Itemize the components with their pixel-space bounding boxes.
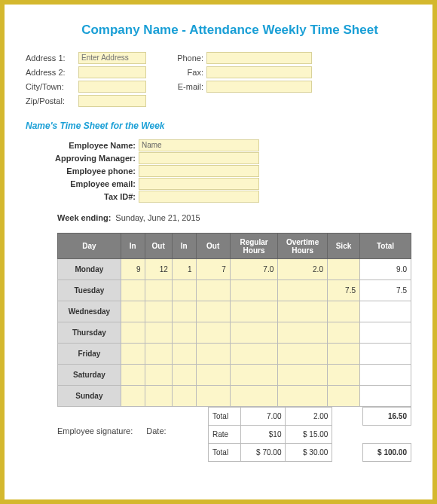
- time-cell[interactable]: [278, 386, 328, 407]
- row-total-cell: [360, 344, 411, 365]
- time-cell[interactable]: [145, 301, 172, 322]
- time-cell[interactable]: [145, 322, 172, 344]
- time-cell[interactable]: [121, 365, 145, 386]
- time-cell[interactable]: [327, 344, 359, 365]
- time-cell[interactable]: [196, 344, 230, 365]
- table-row: Thursday: [58, 322, 411, 344]
- col-header: Regular Hours: [230, 234, 277, 259]
- row-total-cell: 7.5: [360, 280, 411, 301]
- time-cell[interactable]: 9: [121, 259, 145, 280]
- time-cell[interactable]: 12: [145, 259, 172, 280]
- totals-total-hours: 16.50: [362, 408, 411, 426]
- row-total-cell: [360, 301, 411, 322]
- time-cell[interactable]: [145, 365, 172, 386]
- time-cell[interactable]: [121, 280, 145, 301]
- col-header: Day: [58, 234, 121, 259]
- pay-total: $ 100.00: [362, 444, 411, 462]
- table-header-row: DayInOutInOutRegular HoursOvertime Hours…: [58, 234, 411, 259]
- rate-ot: $ 15.00: [286, 426, 332, 444]
- label-email: E-mail:: [169, 82, 206, 91]
- time-cell[interactable]: [196, 301, 230, 322]
- manager-input[interactable]: [139, 152, 259, 164]
- col-header: Out: [196, 234, 230, 259]
- pay-row-label: Total: [209, 444, 241, 462]
- time-cell[interactable]: [145, 386, 172, 407]
- time-cell[interactable]: [121, 386, 145, 407]
- day-cell: Monday: [58, 259, 121, 280]
- time-cell[interactable]: [145, 344, 172, 365]
- time-cell[interactable]: [172, 322, 196, 344]
- row-total-cell: 9.0: [360, 259, 411, 280]
- time-cell[interactable]: [327, 386, 359, 407]
- time-cell[interactable]: [278, 365, 328, 386]
- zip-input[interactable]: [78, 95, 146, 107]
- phone-input[interactable]: [206, 52, 312, 64]
- time-cell[interactable]: [172, 344, 196, 365]
- date-label: Date:: [146, 426, 166, 462]
- time-cell[interactable]: 2.0: [278, 259, 328, 280]
- time-cell[interactable]: [230, 344, 277, 365]
- time-cell[interactable]: [121, 322, 145, 344]
- week-ending-row: Week ending: Sunday, June 21, 2015: [57, 213, 411, 222]
- label-taxid: Tax ID#:: [41, 192, 139, 201]
- row-total-cell: [360, 386, 411, 407]
- label-emp-name: Employee Name:: [41, 141, 139, 150]
- page-title: Company Name - Attendance Weekly Time Sh…: [48, 23, 411, 38]
- time-cell[interactable]: [172, 301, 196, 322]
- table-row: Sunday: [58, 386, 411, 407]
- address1-input[interactable]: [78, 52, 146, 64]
- time-cell[interactable]: 7.0: [230, 259, 277, 280]
- time-cell[interactable]: [230, 301, 277, 322]
- time-cell[interactable]: 7: [196, 259, 230, 280]
- email-input[interactable]: [206, 81, 312, 93]
- col-header: Out: [145, 234, 172, 259]
- time-cell[interactable]: [196, 386, 230, 407]
- emp-email-input[interactable]: [139, 178, 259, 190]
- city-input[interactable]: [78, 81, 146, 93]
- label-zip: Zip/Postal:: [26, 96, 78, 105]
- fax-input[interactable]: [206, 66, 312, 78]
- time-cell[interactable]: [327, 365, 359, 386]
- col-header: Total: [360, 234, 411, 259]
- time-cell[interactable]: [327, 259, 359, 280]
- table-row: Tuesday7.57.5: [58, 280, 411, 301]
- time-cell[interactable]: [327, 301, 359, 322]
- time-cell[interactable]: 1: [172, 259, 196, 280]
- time-cell[interactable]: [230, 386, 277, 407]
- time-cell[interactable]: [145, 280, 172, 301]
- taxid-input[interactable]: [139, 191, 259, 203]
- table-row: Wednesday: [58, 301, 411, 322]
- col-header: In: [121, 234, 145, 259]
- time-cell[interactable]: [230, 322, 277, 344]
- time-cell[interactable]: [121, 344, 145, 365]
- time-cell[interactable]: [172, 386, 196, 407]
- time-cell[interactable]: 7.5: [327, 280, 359, 301]
- pay-ot: $ 30.00: [286, 444, 332, 462]
- time-cell[interactable]: [196, 365, 230, 386]
- time-cell[interactable]: [172, 365, 196, 386]
- time-cell[interactable]: [196, 322, 230, 344]
- pay-reg: $ 70.00: [240, 444, 286, 462]
- time-cell[interactable]: [121, 301, 145, 322]
- time-cell[interactable]: [278, 301, 328, 322]
- time-cell[interactable]: [230, 365, 277, 386]
- address2-input[interactable]: [78, 66, 146, 78]
- emp-name-input[interactable]: [139, 139, 259, 151]
- row-total-cell: [360, 322, 411, 344]
- time-cell[interactable]: [278, 322, 328, 344]
- time-cell[interactable]: [327, 322, 359, 344]
- subtitle: Name's Time Sheet for the Week: [26, 121, 411, 131]
- table-row: Saturday: [58, 365, 411, 386]
- week-ending-value: Sunday, June 21, 2015: [115, 213, 200, 222]
- time-cell[interactable]: [230, 280, 277, 301]
- emp-phone-input[interactable]: [139, 165, 259, 177]
- time-cell[interactable]: [172, 280, 196, 301]
- totals-ot-hours: 2.00: [286, 408, 332, 426]
- time-cell[interactable]: [278, 280, 328, 301]
- time-cell[interactable]: [196, 280, 230, 301]
- day-cell: Thursday: [58, 322, 121, 344]
- week-ending-label: Week ending:: [57, 213, 115, 222]
- label-emp-phone: Employee phone:: [41, 166, 139, 176]
- time-cell[interactable]: [278, 344, 328, 365]
- row-total-cell: [360, 365, 411, 386]
